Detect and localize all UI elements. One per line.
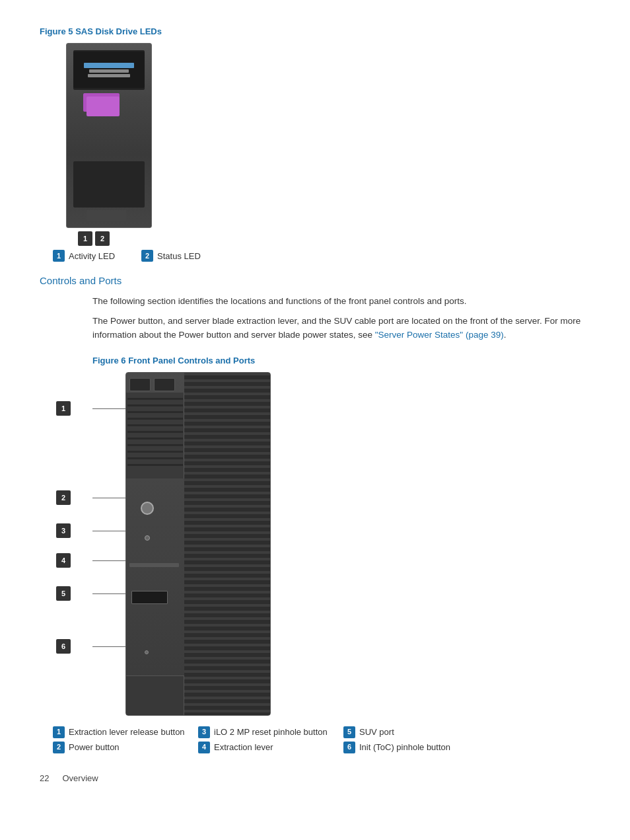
fp-label-1: Extraction lever release button [69,726,185,738]
page-footer: 22 Overview [40,773,590,783]
fp-label-2: Power button [69,742,120,753]
callout-6-wrap: 6 [92,646,125,647]
fp-badge-5: 5 [343,726,355,738]
callout-4-wrap: 4 [92,560,125,561]
callout-box-2: 2 [56,490,71,505]
fp-legend-item-4: 4 Extraction lever [198,742,343,753]
fp-legend-item-3: 3 iLO 2 MP reset pinhole button [198,726,343,738]
disk-drive-image: M GB [66,43,152,228]
activity-led-label: Activity LED [69,251,115,261]
callout-box-4: 4 [56,553,71,568]
callout-box-3: 3 [56,523,71,538]
extraction-lever-visual [129,563,179,567]
section-para2: The Power button, and server blade extra… [92,314,590,342]
led2-box: 2 [95,231,110,246]
badge-1: 1 [53,250,65,262]
figure6-title: Figure 6 Front Panel Controls and Ports [92,356,590,365]
page-number: 22 [40,773,49,783]
footer-section: Overview [62,773,98,783]
front-panel-image: MC 1 MC 2 MC 3 MC 4 [125,372,271,716]
fp-badge-3: 3 [198,726,210,738]
legend-item-1: 1 Activity LED [53,250,115,262]
controls-ports-section: Controls and Ports The following section… [40,275,590,753]
callout-3-wrap: 3 [92,531,125,531]
fp-legend-item-6: 6 Init (ToC) pinhole button [343,742,475,753]
figure6-legend: 1 Extraction lever release button 2 Powe… [53,726,590,753]
section-para1: The following section identifies the loc… [92,294,590,309]
fp-legend-item-1: 1 Extraction lever release button [53,726,198,738]
section-title: Controls and Ports [40,275,590,286]
suv-port-visual [131,591,168,604]
fp-badge-6: 6 [343,742,355,753]
fp-legend-item-2: 2 Power button [53,742,198,753]
callout-2-wrap: 2 [92,498,125,498]
badge-2: 2 [141,250,153,262]
server-power-states-link[interactable]: "Server Power States" (page 39) [375,330,504,340]
callout-box-5: 5 [56,586,71,601]
status-led-label: Status LED [157,251,201,261]
callout-box-1: 1 [56,401,71,416]
led1-box: 1 [78,231,92,246]
figure5-legend: 1 Activity LED 2 Status LED [53,250,590,262]
ilo-reset-visual [145,535,150,541]
section-body: The following section identifies the loc… [92,294,590,342]
fp-label-4: Extraction lever [214,742,273,753]
legend-item-2: 2 Status LED [141,250,201,262]
fp-badge-1: 1 [53,726,65,738]
fp-label-3: iLO 2 MP reset pinhole button [214,726,328,738]
fp-badge-4: 4 [198,742,210,753]
figure5-title: Figure 5 SAS Disk Drive LEDs [40,26,590,36]
callout-box-6: 6 [56,639,71,654]
fp-label-5: SUV port [359,726,394,738]
fp-label-6: Init (ToC) pinhole button [359,742,450,753]
fp-badge-2: 2 [53,742,65,753]
figure6-container: Figure 6 Front Panel Controls and Ports … [40,356,590,753]
figure5-container: Figure 5 SAS Disk Drive LEDs M GB 1 2 [40,26,590,262]
callout-1-wrap: 1 [92,408,125,409]
power-button-visual [141,502,154,515]
callout-5-wrap: 5 [92,593,125,594]
fp-legend-item-5: 5 SUV port [343,726,475,738]
init-toc-visual [145,650,149,654]
